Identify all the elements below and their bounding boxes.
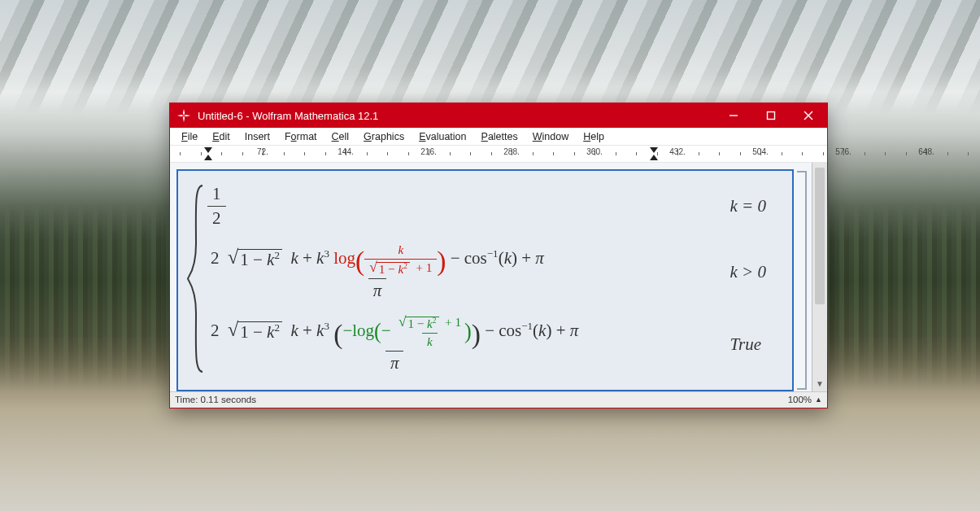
svg-marker-0 [183,109,185,116]
svg-marker-1 [183,116,185,122]
svg-marker-3 [184,115,190,116]
notebook-area[interactable]: 1 2 k = 0 2 [170,163,812,391]
scroll-down-button[interactable]: ▼ [812,377,827,391]
menubar: FileEditInsertFormatCellGraphicsEvaluati… [170,128,827,146]
timing-label: Time: 0.11 seconds [175,395,256,404]
ruler-label: 216. [420,147,436,156]
menu-evaluation[interactable]: Evaluation [412,129,473,144]
menu-file[interactable]: File [175,129,204,144]
numerator: 1 [209,184,224,206]
menu-format[interactable]: Format [278,129,324,144]
scrollbar-thumb[interactable] [815,168,825,304]
menu-window[interactable]: Window [526,129,575,144]
left-brace-icon [186,184,207,373]
menu-palettes[interactable]: Palettes [475,129,525,144]
right-indent-marker-bottom[interactable] [650,155,658,160]
chevron-up-icon: ▲ [815,395,822,404]
case-2-condition: k > 0 [730,262,775,282]
zoom-value: 100% [788,395,812,404]
ruler-label: 504. [752,147,768,156]
ruler-label: 72. [257,147,268,156]
mathematica-window: Untitled-6 - Wolfram Mathematica 12.1 Fi… [169,103,828,408]
case-1-condition: k = 0 [730,196,775,216]
vertical-scrollbar[interactable]: ▲ ▼ [812,163,827,391]
piecewise-expression: 1 2 k = 0 2 [186,184,774,373]
output-cell[interactable]: 1 2 k = 0 2 [176,169,794,391]
menu-help[interactable]: Help [577,129,611,144]
zoom-control[interactable]: 100% ▲ [788,395,822,404]
minimize-button[interactable] [715,103,752,128]
cell-bracket[interactable] [797,171,807,390]
case-2-value: 2 √1 − k2 k + k3 log( k [207,243,703,301]
ruler-ticks: 72.144.216.288.360.432.504.576.648.720. [170,146,827,161]
menu-edit[interactable]: Edit [206,129,237,144]
svg-rect-9 [768,112,775,120]
ruler-label: 432. [669,147,685,156]
ruler-label: 144. [338,147,353,156]
desktop-wallpaper: Untitled-6 - Wolfram Mathematica 12.1 Fi… [0,0,980,511]
ruler-label: 576. [835,147,851,156]
close-button[interactable] [790,103,827,128]
ruler-label: 288. [503,147,519,156]
menu-insert[interactable]: Insert [238,129,277,144]
client-area: 1 2 k = 0 2 [170,163,827,391]
case-3-value: 2 √1 − k2 k + k3 (−log(− √1 − k2 [207,316,703,373]
ruler[interactable]: 72.144.216.288.360.432.504.576.648.720. [170,146,827,162]
menu-graphics[interactable]: Graphics [357,129,411,144]
window-title: Untitled-6 - Wolfram Mathematica 12.1 [198,110,715,122]
menu-cell[interactable]: Cell [325,129,356,144]
case-1-value: 1 2 [207,184,703,229]
mathematica-spikey-icon [176,108,191,123]
first-line-indent-marker[interactable] [204,147,212,153]
case-3-condition: True [730,334,775,355]
ruler-label: 360. [586,147,602,156]
maximize-button[interactable] [752,103,790,128]
ruler-label: 648. [918,147,934,156]
denominator: 2 [207,206,226,229]
left-indent-marker[interactable] [204,155,212,160]
right-indent-marker-top[interactable] [650,147,658,153]
titlebar[interactable]: Untitled-6 - Wolfram Mathematica 12.1 [170,103,827,128]
statusbar: Time: 0.11 seconds 100% ▲ [170,391,827,408]
svg-marker-2 [177,115,184,116]
